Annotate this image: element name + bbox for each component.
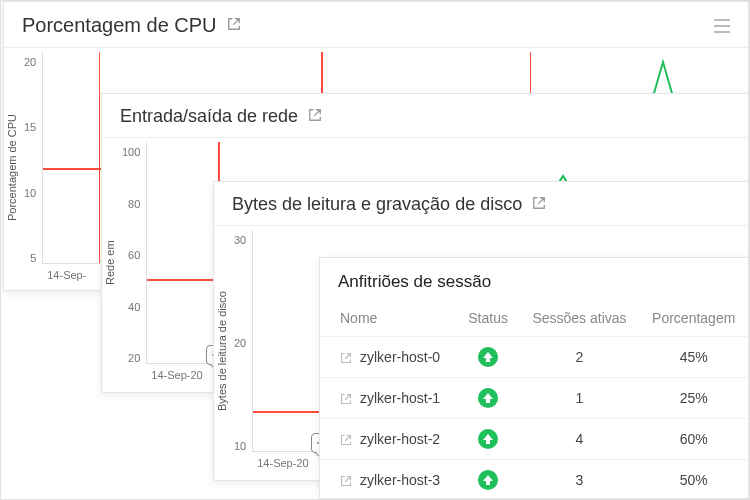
external-link-icon[interactable] (340, 475, 352, 487)
tick: 5 (30, 252, 36, 264)
status-up-icon (478, 388, 498, 408)
cpu-card-title: Porcentagem de CPU (22, 14, 217, 37)
col-sessions: Sessões ativas (519, 302, 639, 337)
host-name: zylker-host-2 (360, 431, 440, 447)
cpu-card-header: Porcentagem de CPU (4, 2, 748, 48)
tick: 20 (24, 56, 36, 68)
y-ticks: 30 20 10 (230, 230, 252, 472)
external-link-icon[interactable] (532, 196, 546, 214)
percentage: 25% (639, 378, 748, 419)
y-ticks: 20 15 10 5 (20, 52, 42, 284)
session-hosts-table: Nome Status Sessões ativas Porcentagem z… (320, 302, 748, 500)
table-row[interactable]: zylker-host-1125% (320, 378, 748, 419)
status-up-icon (478, 429, 498, 449)
session-hosts-title: Anfitriões de sessão (338, 272, 730, 292)
x-axis-label: 14-Sep-20 (151, 369, 202, 381)
tick: 15 (24, 121, 36, 133)
tick: 10 (24, 187, 36, 199)
network-card-title: Entrada/saída de rede (120, 106, 298, 127)
status-up-icon (478, 347, 498, 367)
tick: 80 (128, 198, 140, 210)
tick: 20 (234, 337, 246, 349)
y-ticks: 100 80 60 40 20 (118, 142, 146, 384)
table-row[interactable]: zylker-host-3350% (320, 460, 748, 501)
network-card-header: Entrada/saída de rede (102, 94, 748, 138)
session-hosts-header: Anfitriões de sessão (320, 258, 748, 302)
y-axis-label: Rede em (102, 142, 118, 384)
percentage: 60% (639, 419, 748, 460)
host-name: zylker-host-0 (360, 349, 440, 365)
tick: 20 (128, 352, 140, 364)
external-link-icon[interactable] (340, 434, 352, 446)
status-up-icon (478, 470, 498, 490)
table-row[interactable]: zylker-host-2460% (320, 419, 748, 460)
tick: 40 (128, 301, 140, 313)
y-axis-label: Bytes de leitura de disco (214, 230, 230, 472)
tick: 60 (128, 249, 140, 261)
disk-card-header: Bytes de leitura e gravação de disco (214, 182, 748, 226)
tick: 10 (234, 440, 246, 452)
active-sessions: 2 (519, 337, 639, 378)
menu-icon[interactable] (714, 19, 730, 33)
table-row[interactable]: zylker-host-0245% (320, 337, 748, 378)
tick: 100 (122, 146, 140, 158)
disk-card-title: Bytes de leitura e gravação de disco (232, 194, 522, 215)
active-sessions: 4 (519, 419, 639, 460)
percentage: 45% (639, 337, 748, 378)
col-percentage: Porcentagem (639, 302, 748, 337)
col-name: Nome (320, 302, 457, 337)
active-sessions: 3 (519, 460, 639, 501)
external-link-icon[interactable] (340, 352, 352, 364)
x-axis-label: 14-Sep-20 (257, 457, 308, 469)
host-name: zylker-host-1 (360, 390, 440, 406)
x-axis-label: 14-Sep- (47, 269, 86, 281)
y-axis-label: Porcentagem de CPU (4, 52, 20, 284)
external-link-icon[interactable] (308, 108, 322, 126)
col-status: Status (457, 302, 520, 337)
external-link-icon[interactable] (227, 17, 241, 35)
tick: 30 (234, 234, 246, 246)
active-sessions: 1 (519, 378, 639, 419)
session-hosts-card: Anfitriões de sessão Nome Status Sessões… (319, 257, 749, 499)
external-link-icon[interactable] (340, 393, 352, 405)
host-name: zylker-host-3 (360, 472, 440, 488)
percentage: 50% (639, 460, 748, 501)
